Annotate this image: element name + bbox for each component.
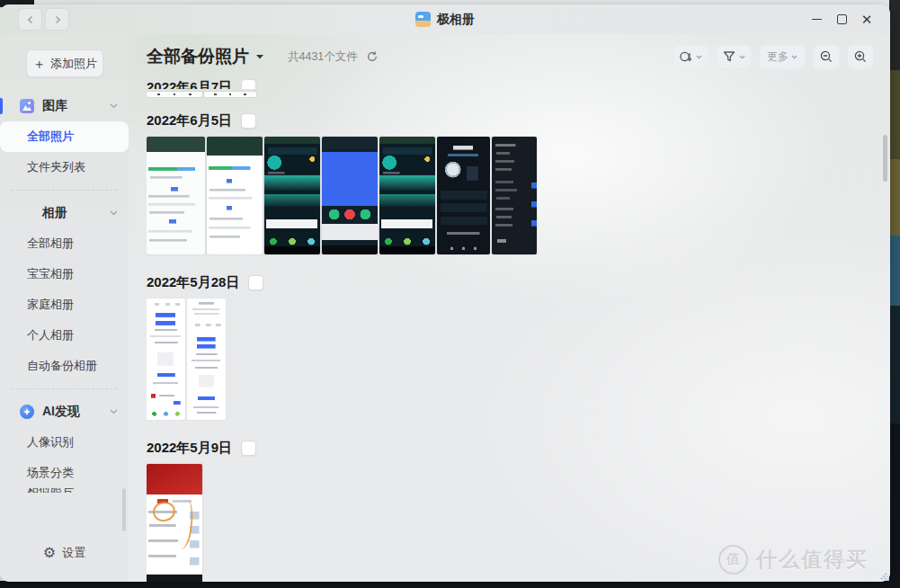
back-button[interactable] — [18, 8, 42, 31]
photo-thumbnail[interactable] — [147, 464, 202, 582]
date-label: 2022年5月28日 — [147, 274, 239, 291]
add-photos-label: 添加照片 — [50, 56, 97, 72]
ai-icon — [20, 405, 34, 419]
date-select-checkbox[interactable] — [241, 441, 256, 456]
photo-thumbnail[interactable] — [147, 137, 205, 254]
sidebar-group-gallery[interactable]: 图库 — [0, 91, 129, 121]
chevron-down-icon — [110, 409, 118, 414]
resize-grip-icon — [878, 569, 888, 580]
date-section: 2022年5月28日 — [147, 273, 876, 420]
titlebar[interactable]: 极相册 ✕ — [0, 4, 890, 34]
photo-thumbnail[interactable] — [379, 137, 435, 254]
add-photos-button[interactable]: ＋ 添加照片 — [26, 49, 103, 77]
refresh-button[interactable] — [366, 50, 379, 63]
zoom-in-button[interactable] — [847, 44, 874, 69]
app-logo-icon — [415, 12, 431, 27]
photo-thumbnail[interactable] — [322, 137, 378, 254]
gear-icon: ⚙ — [43, 546, 56, 560]
close-button[interactable]: ✕ — [854, 9, 879, 31]
watermark-text: 什么值得买 — [756, 546, 869, 574]
chevron-down-icon — [110, 210, 118, 216]
gallery-icon — [20, 99, 34, 113]
sidebar-divider — [12, 388, 117, 389]
watermark: 值 什么值得买 — [718, 545, 869, 575]
sidebar-item[interactable]: 家庭相册 — [0, 290, 129, 320]
date-header: 2022年6月7日 — [147, 79, 876, 89]
chevron-down-icon — [739, 55, 745, 59]
filter-icon — [722, 49, 736, 64]
date-header: 2022年5月28日 — [147, 273, 876, 291]
settings-label: 设置 — [62, 545, 85, 561]
sort-by-time-icon — [679, 49, 693, 64]
filter-button[interactable] — [716, 44, 752, 69]
sidebar-item[interactable]: 宝宝相册 — [0, 259, 129, 290]
chevron-right-icon — [53, 15, 62, 24]
date-label: 2022年6月7日 — [147, 79, 232, 89]
zoom-in-icon — [853, 49, 868, 64]
sidebar-item[interactable]: 人像识别 — [0, 427, 129, 458]
resize-handle[interactable] — [878, 569, 888, 580]
refresh-icon — [366, 50, 379, 63]
photo-thumbnail[interactable] — [437, 137, 490, 254]
main-scrollbar[interactable] — [883, 135, 887, 182]
desktop-background — [0, 581, 900, 588]
sort-button[interactable] — [673, 44, 708, 69]
sidebar-group-ai[interactable]: AI发现 — [0, 396, 129, 427]
app-window: 极相册 ✕ ＋ 添加照片 图库全部照片文件夹列表相册全部相册宝宝相册家庭相册个人… — [0, 4, 890, 582]
app-title: 极相册 — [437, 12, 475, 28]
photo-thumbnail[interactable] — [147, 298, 185, 420]
zoom-out-icon — [819, 49, 833, 64]
sidebar-group-label: 相册 — [42, 205, 67, 221]
date-header: 2022年5月9日 — [147, 439, 876, 457]
maximize-icon — [837, 14, 847, 24]
main-panel: 全部备份照片 共4431个文件 — [129, 34, 890, 582]
forward-button[interactable] — [45, 8, 69, 31]
sidebar-item-settings[interactable]: ⚙ 设置 — [0, 524, 129, 582]
date-header: 2022年6月5日 — [147, 111, 876, 129]
photo-thumbnail[interactable] — [207, 137, 263, 254]
date-section: 2022年6月7日 — [147, 79, 876, 97]
maximize-button[interactable] — [829, 9, 854, 31]
photo-grid: 2022年6月7日2022年6月5日2022年5月28日2022年5月9日 — [147, 79, 876, 582]
sidebar-group-label: 图库 — [42, 98, 67, 114]
toolbar: 更多 — [673, 44, 874, 69]
more-label: 更多 — [767, 49, 789, 65]
photo-thumbnail[interactable] — [204, 92, 256, 97]
sidebar-group-albums[interactable]: 相册 — [0, 198, 129, 228]
sidebar-group-label: AI发现 — [42, 404, 80, 420]
chevron-left-icon — [26, 15, 35, 24]
photo-row — [147, 137, 876, 254]
caret-down-icon — [255, 54, 264, 59]
sidebar-divider — [12, 190, 117, 191]
sidebar-item[interactable]: 个人相册 — [0, 320, 129, 351]
date-section: 2022年6月5日 — [147, 111, 876, 254]
chevron-down-icon — [110, 103, 118, 109]
photo-row — [147, 298, 876, 420]
date-label: 2022年5月9日 — [147, 440, 232, 457]
photo-thumbnail[interactable] — [147, 92, 202, 97]
sidebar-item[interactable]: 文件夹列表 — [0, 152, 129, 183]
photo-thumbnail[interactable] — [264, 137, 320, 254]
sidebar-item[interactable]: 自动备份相册 — [0, 351, 129, 381]
file-count-label: 共4431个文件 — [288, 49, 358, 65]
minimize-icon — [812, 19, 822, 20]
photo-thumbnail[interactable] — [187, 298, 226, 420]
zoom-out-button[interactable] — [813, 44, 840, 69]
sidebar: ＋ 添加照片 图库全部照片文件夹列表相册全部相册宝宝相册家庭相册个人相册自动备份… — [0, 34, 129, 582]
date-select-checkbox[interactable] — [241, 79, 256, 89]
date-select-checkbox[interactable] — [241, 113, 256, 129]
more-button[interactable]: 更多 — [759, 44, 806, 69]
sidebar-item[interactable]: 全部相册 — [0, 228, 129, 259]
sidebar-item[interactable]: 场景分类 — [0, 458, 129, 488]
minimize-button[interactable] — [804, 9, 829, 31]
photo-thumbnail[interactable] — [492, 137, 537, 254]
title-dropdown-button[interactable] — [255, 54, 264, 59]
close-icon: ✕ — [861, 13, 873, 26]
watermark-badge: 值 — [718, 545, 748, 575]
plus-icon: ＋ — [32, 57, 46, 70]
desktop-background-strip — [889, 0, 900, 588]
sidebar-item[interactable]: 相似照片 — [0, 488, 129, 493]
date-select-checkbox[interactable] — [248, 275, 263, 290]
sidebar-item[interactable]: 全部照片 — [0, 121, 129, 152]
chevron-down-icon — [696, 55, 702, 59]
